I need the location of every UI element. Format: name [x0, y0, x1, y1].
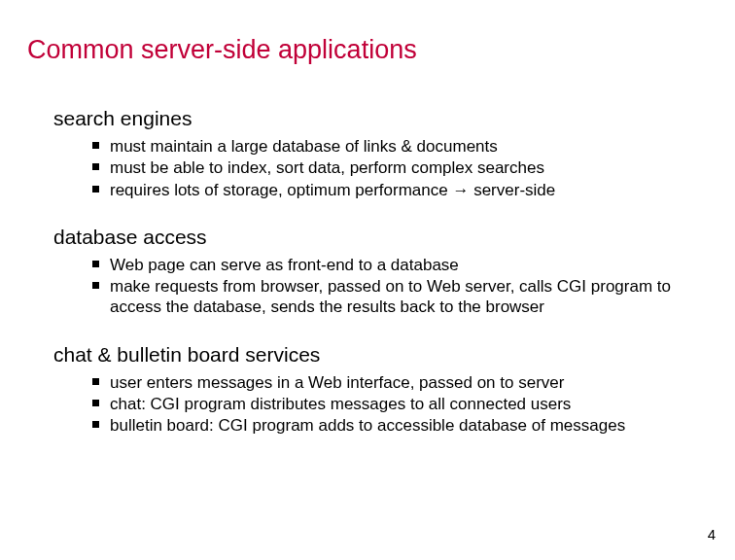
list-item: make requests from browser, passed on to… — [92, 276, 695, 318]
list-item: Web page can serve as front-end to a dat… — [92, 255, 695, 275]
bullet-list: user enters messages in a Web interface,… — [53, 372, 695, 437]
bullet-list: Web page can serve as front-end to a dat… — [53, 255, 695, 318]
section-heading: search engines — [53, 107, 695, 130]
list-item: requires lots of storage, optimum perfor… — [92, 180, 695, 200]
section-heading: database access — [53, 226, 695, 249]
section-heading: chat & bulletin board services — [53, 343, 695, 367]
page-number: 4 — [708, 526, 716, 542]
list-item: chat: CGI program distributes messages t… — [92, 394, 695, 414]
list-item: bulletin board: CGI program adds to acce… — [92, 415, 695, 436]
slide-body: search engines must maintain a large dat… — [53, 107, 695, 437]
list-item: user enters messages in a Web interface,… — [92, 372, 695, 393]
slide: Common server-side applications search e… — [0, 0, 735, 560]
list-item: must be able to index, sort data, perfor… — [92, 158, 695, 178]
list-item: must maintain a large database of links … — [92, 136, 695, 157]
slide-title: Common server-side applications — [27, 35, 417, 65]
bullet-list: must maintain a large database of links … — [53, 136, 695, 200]
